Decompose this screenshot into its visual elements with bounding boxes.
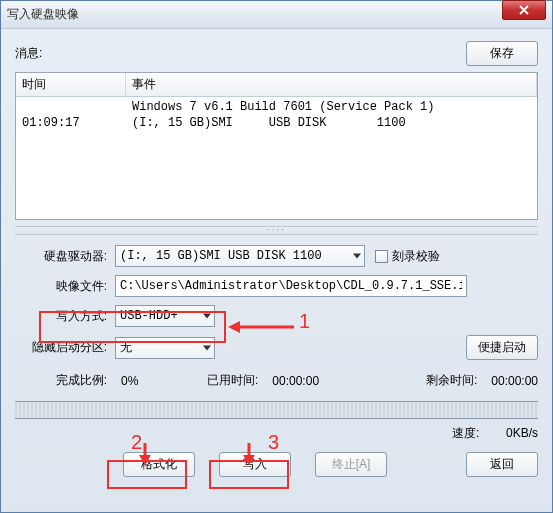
abort-button: 终止[A] [315, 452, 387, 477]
annotation-3: 3 [268, 431, 279, 454]
elapsed-value: 00:00:00 [272, 374, 319, 388]
elapsed-label: 已用时间: [207, 372, 258, 389]
annotation-2: 2 [131, 431, 142, 454]
log-row: 01:09:17 (I:, 15 GB)SMI USB DISK 1100 [16, 115, 537, 131]
drive-label: 硬盘驱动器: [15, 248, 115, 265]
verify-checkbox[interactable] [375, 250, 388, 263]
speed-label: 速度: [452, 426, 479, 440]
dialog-window: 写入硬盘映像 消息: 保存 时间 事件 Windows 7 v6.1 Build… [0, 0, 553, 513]
back-button[interactable]: 返回 [466, 452, 538, 477]
image-file-label: 映像文件: [15, 278, 115, 295]
log-header: 时间 事件 [16, 73, 537, 97]
write-mode-label: 写入方式: [15, 308, 115, 325]
chevron-down-icon [203, 345, 211, 350]
percent-label: 完成比例: [56, 372, 107, 389]
close-button[interactable] [502, 0, 546, 20]
titlebar: 写入硬盘映像 [1, 1, 552, 29]
verify-label: 刻录校验 [392, 248, 440, 265]
quick-boot-button[interactable]: 便捷启动 [466, 335, 538, 360]
drive-select[interactable]: (I:, 15 GB)SMI USB DISK 1100 [115, 245, 365, 267]
content-area: 消息: 保存 时间 事件 Windows 7 v6.1 Build 7601 (… [1, 29, 552, 489]
format-button[interactable]: 格式化 [123, 452, 195, 477]
message-label: 消息: [15, 45, 42, 62]
close-icon [519, 5, 529, 15]
write-mode-select[interactable]: USB-HDD+ [115, 305, 215, 327]
chevron-down-icon [353, 254, 361, 259]
col-event-header[interactable]: 事件 [126, 73, 537, 96]
hide-partition-label: 隐藏启动分区: [15, 339, 115, 356]
image-file-input[interactable] [115, 275, 467, 297]
col-time-header[interactable]: 时间 [16, 73, 126, 96]
log-table[interactable]: 时间 事件 Windows 7 v6.1 Build 7601 (Service… [15, 72, 538, 220]
hide-partition-select[interactable]: 无 [115, 337, 215, 359]
save-button[interactable]: 保存 [466, 41, 538, 66]
chevron-down-icon [203, 314, 211, 319]
progress-bar [15, 401, 538, 419]
speed-value: 0KB/s [506, 426, 538, 440]
write-button[interactable]: 写入 [219, 452, 291, 477]
splitter[interactable] [15, 226, 538, 235]
log-row: Windows 7 v6.1 Build 7601 (Service Pack … [16, 99, 537, 115]
annotation-1: 1 [299, 310, 310, 333]
window-title: 写入硬盘映像 [7, 6, 546, 23]
percent-value: 0% [121, 374, 138, 388]
remain-value: 00:00:00 [491, 374, 538, 388]
remain-label: 剩余时间: [426, 372, 477, 389]
